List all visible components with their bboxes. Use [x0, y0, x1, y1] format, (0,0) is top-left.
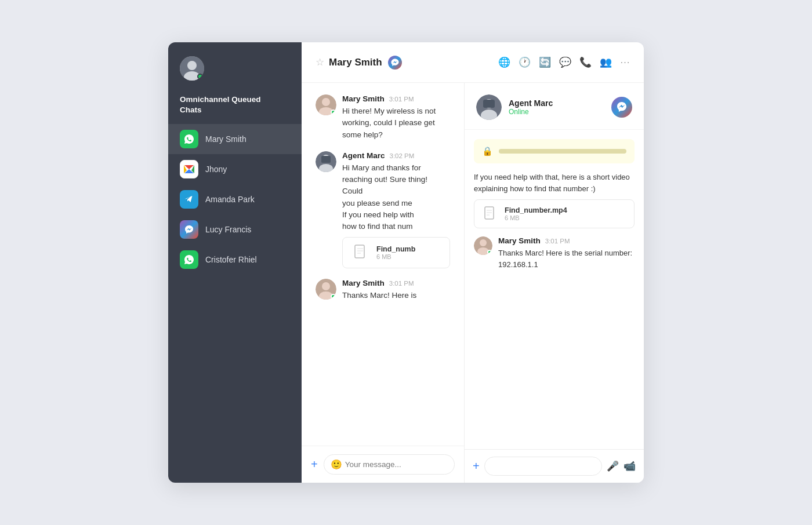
- sidebar-contacts-list: Mary Smith Jhony: [168, 124, 302, 275]
- message-text: Hi there! My wireless is not working, co…: [342, 105, 450, 141]
- contact-name-amanda-park: Amanda Park: [205, 195, 255, 204]
- globe-icon[interactable]: 🌐: [498, 56, 510, 68]
- agent-message-text: Hi Mary and thanks for reaching out! Sur…: [342, 162, 450, 233]
- locked-content-line: [499, 149, 626, 154]
- agent-panel-avatar: [476, 94, 502, 120]
- message-header-agent: Agent Marc 3:02 PM: [342, 151, 450, 160]
- chat-content-wrapper: Mary Smith 3:01 PM Hi there! My wireless…: [302, 83, 644, 483]
- phone-icon[interactable]: 📞: [579, 56, 592, 68]
- contact-name-cristofer-rhiel: Cristofer Rhiel: [205, 255, 257, 264]
- side-mary-time: 3:01 PM: [545, 238, 570, 245]
- mary-sender-name2: Mary Smith: [342, 279, 385, 287]
- agent-sender-name: Agent Marc: [342, 151, 385, 160]
- main-chat-column: Mary Smith 3:01 PM Hi there! My wireless…: [302, 83, 464, 483]
- side-mary-name: Mary Smith: [498, 236, 541, 245]
- mary-avatar-1: [316, 94, 336, 115]
- clock-icon[interactable]: 🕐: [519, 56, 531, 68]
- contact-icon-whatsapp2: [180, 250, 198, 269]
- contact-icon-messenger: [180, 220, 198, 239]
- message-content-mary2: Mary Smith 3:01 PM Thanks Marc! Here is: [342, 279, 450, 301]
- side-agent-text: If you need help with that, here is a sh…: [474, 172, 635, 195]
- svg-rect-10: [355, 245, 364, 258]
- side-mary-message-row: Mary Smith 3:01 PM Thanks Marc! Here is …: [474, 236, 635, 271]
- side-panel: Agent Marc Online 🔒: [464, 83, 644, 483]
- user-online-indicator: [197, 74, 203, 79]
- contact-name-mary-smith: Mary Smith: [205, 134, 246, 144]
- side-agent-message: If you need help with that, here is a sh…: [474, 172, 635, 228]
- chat-contact-name: Mary Smith: [329, 57, 382, 68]
- message-sender: Mary Smith: [342, 94, 385, 103]
- agent-avatar-1: [316, 151, 336, 172]
- message-content: Mary Smith 3:01 PM Hi there! My wireless…: [342, 94, 450, 141]
- messages-area: Mary Smith 3:01 PM Hi there! My wireless…: [302, 83, 464, 446]
- message-header-mary2: Mary Smith 3:01 PM: [342, 279, 450, 287]
- messenger-badge: [388, 56, 402, 70]
- header-actions: 🌐 🕐 🔄 💬 📞 👥 ⋯: [498, 56, 630, 68]
- contact-icon-gmail: [180, 160, 198, 178]
- side-file-name: Find_number.mp4: [505, 206, 567, 214]
- sidebar-item-jhony[interactable]: Jhony: [168, 154, 302, 184]
- file-name: Find_numb: [376, 245, 415, 253]
- file-size: 6 MB: [376, 253, 415, 260]
- side-mary-header: Mary Smith 3:01 PM: [498, 236, 635, 245]
- people-icon[interactable]: 👥: [600, 56, 612, 68]
- contact-name-lucy-francis: Lucy Francis: [205, 225, 251, 234]
- sidebar-item-mary-smith[interactable]: Mary Smith: [168, 124, 302, 154]
- svg-point-12: [322, 282, 330, 290]
- side-message-input[interactable]: [484, 457, 602, 476]
- star-icon[interactable]: ☆: [316, 56, 324, 68]
- agent-info-text: Agent Marc Online: [509, 99, 553, 116]
- agent-message-time: 3:02 PM: [390, 152, 415, 159]
- more-icon[interactable]: ⋯: [620, 56, 630, 68]
- online-indicator: [331, 294, 336, 299]
- sidebar-item-lucy-francis[interactable]: Lucy Francis: [168, 214, 302, 245]
- svg-point-1: [187, 61, 197, 70]
- agent-panel-name: Agent Marc: [509, 99, 553, 108]
- sidebar-item-cristofer-rhiel[interactable]: Cristofer Rhiel: [168, 245, 302, 275]
- file-attachment-card[interactable]: Find_numb 6 MB: [342, 237, 450, 268]
- svg-point-20: [480, 239, 487, 246]
- message-content-agent: Agent Marc 3:02 PM Hi Mary and thanks fo…: [342, 151, 450, 269]
- message-row: Mary Smith 3:01 PM Hi there! My wireless…: [316, 94, 450, 141]
- side-file-card[interactable]: Find_number.mp4 6 MB: [474, 199, 635, 228]
- message-input[interactable]: [324, 454, 455, 475]
- message-row-mary2: Mary Smith 3:01 PM Thanks Marc! Here is: [316, 279, 450, 301]
- side-add-button[interactable]: +: [473, 460, 480, 473]
- side-mary-text: Thanks Marc! Here is the serial number: …: [498, 247, 635, 271]
- side-online-indicator: [487, 250, 492, 254]
- microphone-icon[interactable]: 🎤: [607, 460, 619, 472]
- message-header: Mary Smith 3:01 PM: [342, 94, 450, 103]
- side-file-size: 6 MB: [505, 214, 567, 221]
- user-avatar: [180, 56, 204, 81]
- side-file-info: Find_number.mp4 6 MB: [505, 206, 567, 221]
- file-info: Find_numb 6 MB: [376, 245, 415, 260]
- emoji-button[interactable]: 🙂: [331, 459, 342, 470]
- video-icon[interactable]: 📹: [624, 460, 636, 472]
- side-input-area: + 🎤 📹: [465, 449, 644, 483]
- online-indicator: [331, 110, 336, 115]
- sidebar-user-avatar-row: [168, 56, 302, 94]
- locked-message-box: 🔒: [474, 139, 635, 163]
- sidebar-item-amanda-park[interactable]: Amanda Park: [168, 184, 302, 214]
- sidebar-section-title: Omnichannel Queued Chats: [168, 94, 302, 118]
- mary-time2: 3:01 PM: [389, 280, 414, 287]
- message-input-wrapper: 🙂: [324, 454, 455, 475]
- agent-info-card: Agent Marc Online: [465, 83, 644, 130]
- side-messages-area: 🔒 If you need help with that, here is a …: [465, 130, 644, 449]
- messenger-channel-icon: [611, 97, 632, 118]
- mary-avatar-2: [316, 279, 336, 300]
- chat-area: ☆ Mary Smith 🌐 🕐 🔄 💬 📞 👥 ⋯: [302, 42, 644, 483]
- agent-panel-status: Online: [509, 108, 553, 116]
- svg-point-4: [322, 98, 330, 106]
- lock-icon: 🔒: [482, 146, 493, 156]
- svg-rect-17: [483, 100, 495, 108]
- sidebar: Omnichannel Queued Chats Mary Smith: [168, 42, 302, 483]
- chat-icon[interactable]: 💬: [559, 56, 571, 68]
- chat-input-area: + 🙂: [302, 446, 464, 483]
- file-icon: [352, 243, 371, 262]
- side-mary-message-content: Mary Smith 3:01 PM Thanks Marc! Here is …: [498, 236, 635, 271]
- side-mary-avatar: [474, 236, 492, 255]
- contact-icon-telegram: [180, 190, 198, 209]
- refresh-icon[interactable]: 🔄: [539, 56, 551, 68]
- add-attachment-button[interactable]: +: [311, 458, 318, 471]
